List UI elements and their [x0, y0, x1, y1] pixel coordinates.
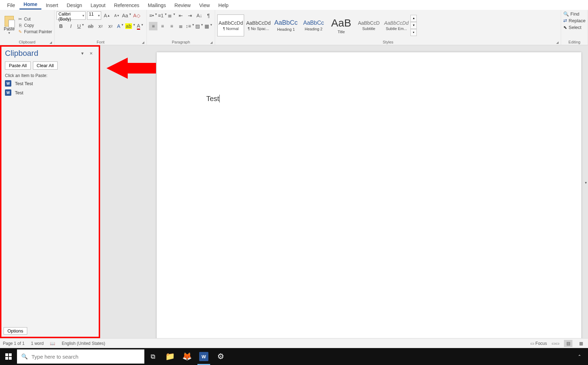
change-case-button[interactable]: Aa▼	[122, 11, 131, 20]
focus-mode-button[interactable]: ▭ Focus	[530, 341, 547, 346]
folder-icon: 📁	[165, 352, 175, 361]
start-button[interactable]	[0, 348, 17, 365]
copy-button[interactable]: ⎘Copy	[18, 23, 52, 28]
font-size-select[interactable]: 11▼	[87, 11, 101, 20]
tab-help[interactable]: Help	[214, 1, 233, 10]
highlight-button[interactable]: ab▼	[126, 22, 134, 30]
find-button[interactable]: 🔍Find▼	[563, 11, 579, 17]
document-text[interactable]: Test	[206, 95, 220, 102]
font-launcher[interactable]: ◢	[142, 41, 144, 44]
pane-options-button[interactable]: Options	[4, 327, 27, 335]
justify-button[interactable]: ≣	[177, 22, 185, 30]
cut-button[interactable]: ✂Cut	[18, 17, 52, 22]
pane-close-button[interactable]: ✕	[87, 49, 95, 58]
copy-icon: ⎘	[18, 23, 23, 28]
pane-options-dropdown[interactable]: ▼	[78, 49, 87, 58]
tab-layout[interactable]: Layout	[86, 1, 110, 10]
style-subtle-em-[interactable]: AaBbCcDdSubtle Em...	[383, 14, 410, 36]
taskbar-settings[interactable]: ⚙	[212, 348, 229, 365]
align-right-button[interactable]: ≡	[167, 22, 176, 30]
styles-expand[interactable]: ▾	[410, 29, 417, 36]
styles-scroll-down[interactable]: ▼	[410, 22, 417, 29]
paste-all-button[interactable]: Paste All	[5, 61, 31, 70]
clipboard-item[interactable]: WTest	[4, 88, 97, 97]
taskbar-search[interactable]: 🔍	[17, 349, 144, 364]
align-center-button[interactable]: ≡	[158, 22, 167, 30]
tab-design[interactable]: Design	[62, 1, 86, 10]
web-layout-button[interactable]: ▦	[577, 340, 585, 347]
tab-file[interactable]: File	[3, 1, 19, 10]
tab-view[interactable]: View	[195, 1, 214, 10]
clipboard-pane: Clipboard ▼ ✕ Paste All Clear All Click …	[0, 45, 100, 338]
bold-button[interactable]: B	[57, 22, 65, 30]
borders-button[interactable]: ▦▼	[204, 22, 213, 30]
print-layout-button[interactable]: ▤	[564, 340, 572, 347]
replace-button[interactable]: ⇄Replace	[563, 18, 586, 23]
tab-home[interactable]: Home	[19, 0, 42, 10]
document-area[interactable]: Test	[100, 45, 588, 338]
group-font: Calibri (Body)▼ 11▼ A▲ A▼ Aa▼ A◇ B I U▼ …	[54, 10, 147, 45]
multilevel-list-button[interactable]: ≣▼	[167, 11, 176, 20]
decrease-indent-button[interactable]: ⇤	[177, 11, 185, 20]
group-label-font: Font◢	[57, 39, 144, 45]
status-words[interactable]: 1 word	[31, 341, 44, 346]
style-heading-2[interactable]: AaBbCcHeading 2	[300, 14, 327, 36]
strikethrough-button[interactable]: ab	[86, 22, 95, 30]
format-painter-button[interactable]: ✎Format Painter	[18, 29, 52, 34]
select-button[interactable]: ⬉Select▼	[563, 25, 581, 30]
show-marks-button[interactable]: ¶	[204, 11, 213, 20]
word-icon: W	[5, 89, 11, 96]
align-left-button[interactable]: ≡	[149, 22, 157, 30]
paragraph-launcher[interactable]: ◢	[210, 41, 213, 44]
subscript-button[interactable]: x2	[96, 22, 105, 30]
superscript-button[interactable]: x2	[106, 22, 115, 30]
style-title[interactable]: AaBTitle	[328, 14, 354, 36]
tab-references[interactable]: References	[110, 1, 144, 10]
style-sample: AaBbCcDd	[246, 20, 271, 26]
group-clipboard: Paste ▼ ✂Cut ⎘Copy ✎Format Painter Clipb…	[0, 10, 54, 45]
underline-button[interactable]: U▼	[76, 22, 85, 30]
increase-indent-button[interactable]: ⇥	[186, 11, 194, 20]
read-mode-button[interactable]: ▭▭	[551, 340, 560, 347]
italic-button[interactable]: I	[67, 22, 75, 30]
numbering-button[interactable]: ≡1▼	[158, 11, 167, 20]
grow-font-button[interactable]: A▲	[103, 11, 111, 20]
taskbar-search-input[interactable]	[31, 354, 140, 360]
status-language[interactable]: English (United States)	[62, 341, 105, 346]
styles-launcher[interactable]: ◢	[556, 41, 559, 44]
style--normal[interactable]: AaBbCcDd¶ Normal	[217, 14, 244, 36]
paste-button[interactable]: Paste ▼	[2, 16, 16, 35]
shading-button[interactable]: ▨▼	[195, 22, 203, 30]
word-icon: W	[199, 352, 208, 361]
status-page[interactable]: Page 1 of 1	[3, 341, 24, 346]
taskbar-show-desktop[interactable]: ⌃	[571, 348, 588, 365]
clear-formatting-button[interactable]: A◇	[132, 11, 141, 20]
shrink-font-button[interactable]: A▼	[113, 11, 121, 20]
text-effects-button[interactable]: A▼	[116, 22, 125, 30]
font-name-select[interactable]: Calibri (Body)▼	[57, 11, 86, 20]
bullets-button[interactable]: ≡•▼	[149, 11, 157, 20]
clipboard-launcher[interactable]: ◢	[50, 41, 52, 44]
taskbar-file-explorer[interactable]: 📁	[161, 348, 178, 365]
taskbar-word[interactable]: W	[195, 348, 212, 365]
style-subtitle[interactable]: AaBbCcDSubtitle	[355, 14, 382, 36]
style-heading-1[interactable]: AaBbCcHeading 1	[272, 14, 299, 36]
tab-review[interactable]: Review	[170, 1, 195, 10]
search-icon: 🔍	[563, 11, 569, 17]
taskbar-firefox[interactable]: 🦊	[178, 348, 195, 365]
page[interactable]: Test	[157, 52, 581, 338]
font-color-button[interactable]: A▼	[136, 22, 144, 30]
style-label: Subtitle	[362, 27, 375, 31]
group-label-editing: Editing	[563, 39, 586, 45]
tab-mailings[interactable]: Mailings	[144, 1, 170, 10]
sort-button[interactable]: A↓	[195, 11, 203, 20]
chevron-down-icon[interactable]: ▼	[8, 31, 11, 35]
style--no-spac-[interactable]: AaBbCcDd¶ No Spac...	[245, 14, 272, 36]
line-spacing-button[interactable]: ↕≡▼	[186, 22, 194, 30]
styles-scroll-up[interactable]: ▲	[410, 15, 417, 22]
task-view-button[interactable]: ⧉	[144, 348, 161, 365]
clipboard-item[interactable]: WTest Test	[4, 79, 97, 88]
spellcheck-icon[interactable]: 📖	[50, 341, 55, 346]
clear-all-button[interactable]: Clear All	[33, 61, 58, 70]
tab-insert[interactable]: Insert	[41, 1, 62, 10]
